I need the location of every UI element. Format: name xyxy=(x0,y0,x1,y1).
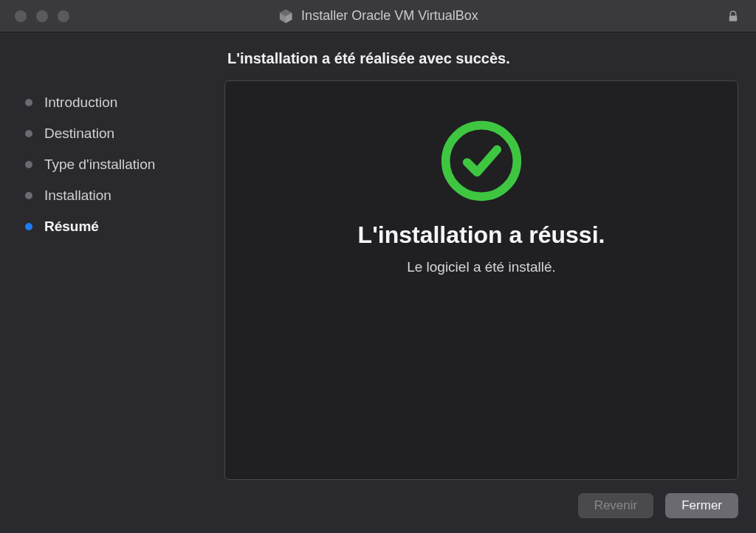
back-button[interactable]: Revenir xyxy=(578,493,654,518)
result-panel: L'installation a réussi. Le logiciel a é… xyxy=(224,80,738,480)
bullet-icon xyxy=(25,130,32,137)
titlebar: Installer Oracle VM VirtualBox xyxy=(0,0,756,32)
step-label: Type d'installation xyxy=(44,157,155,173)
success-title: L'installation a réussi. xyxy=(358,221,605,249)
bullet-icon xyxy=(25,99,32,106)
zoom-window-button[interactable] xyxy=(58,10,69,22)
sidebar: Introduction Destination Type d'installa… xyxy=(18,50,224,518)
window-controls xyxy=(0,10,69,22)
bullet-icon xyxy=(25,223,32,230)
step-type: Type d'installation xyxy=(25,149,224,180)
success-subtitle: Le logiciel a été installé. xyxy=(407,259,556,275)
step-destination: Destination xyxy=(25,118,224,149)
svg-rect-0 xyxy=(729,16,738,21)
lock-icon[interactable] xyxy=(726,9,740,24)
footer: Revenir Fermer xyxy=(224,480,738,518)
close-button[interactable]: Fermer xyxy=(665,493,738,518)
content-area: Introduction Destination Type d'installa… xyxy=(0,32,756,533)
bullet-icon xyxy=(25,192,32,199)
installer-steps: Introduction Destination Type d'installa… xyxy=(25,87,224,242)
package-icon xyxy=(278,8,294,24)
minimize-window-button[interactable] xyxy=(36,10,48,22)
main-column: L'installation a été réalisée avec succè… xyxy=(224,50,738,518)
window-title: Installer Oracle VM VirtualBox xyxy=(278,8,478,24)
step-label: Résumé xyxy=(44,219,99,235)
bullet-icon xyxy=(25,161,32,168)
step-label: Destination xyxy=(44,125,114,142)
step-installation: Installation xyxy=(25,180,224,211)
step-label: Introduction xyxy=(44,94,117,111)
step-introduction: Introduction xyxy=(25,87,224,118)
page-heading: L'installation a été réalisée avec succè… xyxy=(224,50,738,80)
step-label: Installation xyxy=(44,188,111,204)
step-resume: Résumé xyxy=(25,211,224,242)
window-title-text: Installer Oracle VM VirtualBox xyxy=(301,8,478,24)
svg-point-1 xyxy=(446,125,518,197)
close-window-button[interactable] xyxy=(15,10,27,22)
success-checkmark-icon xyxy=(439,118,524,204)
